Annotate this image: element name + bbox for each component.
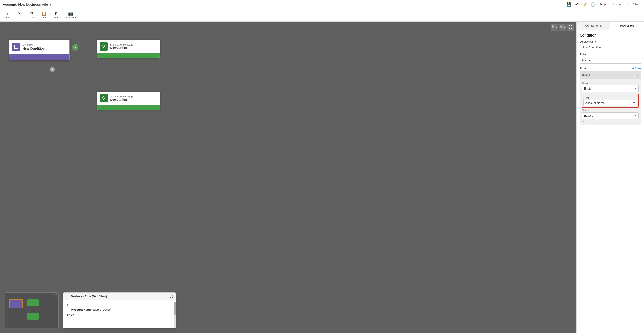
connector-v1 [50, 72, 50, 99]
title-bar-left: Account: New business rule ▾ [3, 2, 51, 6]
svg-point-6 [102, 97, 105, 99]
paste-button[interactable]: 📋 Paste [38, 10, 50, 20]
condition-text: Condition New Condition [22, 43, 45, 51]
minimap-line-h1 [23, 303, 27, 304]
add-button[interactable]: ＋ Add [2, 10, 13, 20]
tab-properties[interactable]: Properties [610, 22, 644, 30]
snapshot-icon: 📷 [68, 12, 73, 16]
type-label: Type [582, 120, 638, 123]
delete-branch-button[interactable]: × [50, 67, 55, 72]
minimap: ⛶ [4, 292, 59, 328]
delete-icon: 🗑 [54, 12, 58, 16]
field-highlighted-container: Field Account Name [582, 94, 638, 108]
paste-icon: 📋 [42, 12, 46, 16]
rule-1-card: Rule 1 × Source Entity Field Account Nam… [580, 72, 641, 125]
text-view-expand[interactable]: ⛶ [170, 294, 173, 298]
text-view-title-group: ☰ Business Rule (Text View) [66, 294, 107, 298]
copy-icon: ⧉ [30, 12, 33, 16]
help-link[interactable]: ? Help [633, 3, 641, 6]
action-node-2[interactable]: Show Error Message New Action [97, 92, 160, 110]
minimap-expand-button[interactable]: ⛶ [54, 294, 57, 298]
action-node-2-footer [97, 105, 160, 110]
check-icon[interactable]: ✔ [575, 2, 578, 7]
fit-button[interactable]: ⛶ [567, 24, 574, 31]
action-node-1[interactable]: Show Error Message New Action [97, 40, 160, 58]
rule-1-body: Source Entity Field Account Name Operato… [580, 79, 641, 125]
scrollbar-thumb[interactable] [174, 302, 176, 315]
rule-1-header: Rule 1 × [580, 72, 641, 79]
clock-icon[interactable]: 🕐 [590, 2, 596, 7]
cut-label: Cut [18, 16, 22, 19]
scrollbar-track[interactable] [174, 302, 176, 328]
delete-button[interactable]: 🗑 Delete [50, 10, 62, 20]
then-keyword: THEN [66, 313, 74, 316]
scope-value[interactable]: Account [613, 3, 623, 6]
action-node-2-header: Show Error Message New Action [97, 92, 160, 105]
save-icon[interactable]: 💾 [566, 2, 572, 7]
title-bar: Account: New business rule ▾ 💾 ✔ 📝 🕐 Sco… [0, 0, 644, 9]
main-layout: 🔍− 🔍+ ⛶ Condition New Condition [0, 22, 644, 333]
svg-point-3 [102, 45, 105, 47]
source-label: Source [582, 82, 638, 84]
condition-equals: equals "Jones" [92, 308, 112, 311]
cut-button[interactable]: ✂ Cut [14, 10, 25, 20]
zoom-out-button[interactable]: 🔍− [551, 24, 558, 31]
scope-label: Scope : [599, 3, 609, 6]
action-type-2: Show Error Message [110, 95, 133, 98]
text-view-header: ☰ Business Rule (Text View) ⛶ [63, 293, 176, 300]
text-view-content: IF Account Name equals "Jones" THEN [63, 300, 176, 327]
checkmark-bubble: ✓ [72, 44, 78, 50]
minimap-action-1 [27, 300, 38, 306]
minimap-action-2 [27, 313, 38, 320]
condition-node[interactable]: Condition New Condition [9, 40, 70, 60]
rule-1-label: Rule 1 [582, 74, 590, 77]
title-text: Account: New business rule [3, 2, 48, 6]
canvas[interactable]: 🔍− 🔍+ ⛶ Condition New Condition [0, 22, 576, 333]
toolbar: ＋ Add ✂ Cut ⧉ Copy 📋 Paste 🗑 Delete 📷 Sn… [0, 9, 644, 22]
minimap-line-h2 [14, 316, 27, 317]
text-view-then-line: THEN [66, 312, 172, 317]
text-view-condition-line: Account Name equals "Jones" [66, 307, 172, 312]
panel-tabs: Components Properties [576, 22, 644, 30]
text-view-if-line: IF [66, 302, 172, 307]
condition-node-header: Condition New Condition [10, 40, 70, 54]
action-node-1-footer [97, 53, 160, 58]
entity-input[interactable] [580, 57, 641, 64]
action-name-2: New Action [110, 98, 133, 102]
copy-button[interactable]: ⧉ Copy [26, 10, 38, 20]
if-keyword: IF [66, 303, 69, 306]
rules-new-button[interactable]: + New [632, 67, 641, 70]
action-text-1: Show Error Message New Action [110, 43, 133, 50]
rules-label: Rules [580, 67, 587, 70]
tab-components[interactable]: Components [576, 22, 610, 30]
operator-select[interactable]: Equals [582, 112, 638, 119]
delete-label: Delete [53, 16, 60, 19]
display-name-label: Display Name [580, 40, 641, 43]
action-icon-box-2 [100, 94, 108, 102]
edit-icon[interactable]: 📝 [582, 2, 587, 7]
text-view-icon: ☰ [66, 294, 69, 298]
rule-1-close-button[interactable]: × [637, 73, 638, 77]
action-text-2: Show Error Message New Action [110, 95, 133, 102]
zoom-in-button[interactable]: 🔍+ [559, 24, 566, 31]
action-type-1: Show Error Message [110, 43, 133, 46]
field-select[interactable]: Account Name [583, 100, 637, 106]
cut-icon: ✂ [18, 12, 22, 16]
source-select[interactable]: Entity [582, 85, 638, 92]
canvas-controls: 🔍− 🔍+ ⛶ [551, 24, 574, 31]
connector-h1 [78, 47, 97, 47]
snapshot-button[interactable]: 📷 Snapshot [63, 10, 78, 20]
panel-section-title: Condition [580, 33, 641, 38]
action-name-1: New Action [110, 46, 133, 50]
operator-label: Operator [582, 109, 638, 112]
field-label-rule: Field [583, 96, 637, 99]
add-label: Add [5, 16, 10, 19]
display-name-input[interactable] [580, 44, 641, 51]
account-name-bold: Account Name [71, 308, 92, 311]
title-chevron[interactable]: ▾ [50, 2, 51, 6]
action-icon-box-1 [100, 42, 108, 50]
connector-h2 [50, 99, 97, 99]
condition-text-content: Account Name equals "Jones" [71, 308, 112, 311]
text-view-title: Business Rule (Text View) [71, 295, 107, 298]
snapshot-label: Snapshot [66, 16, 76, 19]
